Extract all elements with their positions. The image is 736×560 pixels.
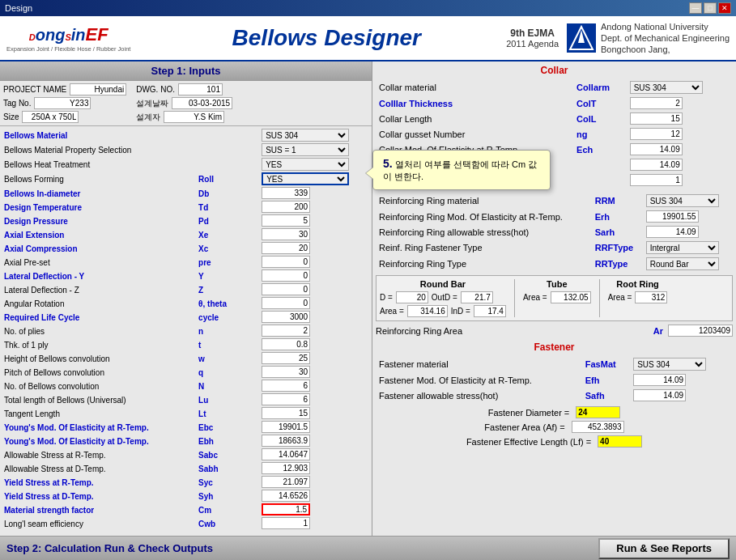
maximize-button[interactable]: □ [704,2,717,14]
close-button[interactable]: ✕ [718,2,731,14]
material-strength-input[interactable] [262,503,310,515]
collar-material-sym: Collarm [576,83,610,92]
rr-material-select[interactable]: SUS 304 [646,194,719,207]
designer-name-input[interactable] [164,111,224,123]
size-input[interactable] [22,111,79,123]
fastener-efflength-input[interactable] [598,435,642,448]
collar-length-input[interactable] [630,112,683,125]
collar-length-label: Collar Length [379,114,432,124]
heat-treatment-label: Bellows Heat Treatment [4,160,90,169]
ejma-title-line2: 2011 Agenda [506,39,559,49]
table-row: Allowable Stress at R-Temp. Sabc [2,448,370,461]
designer-date-input[interactable] [172,97,232,109]
project-name-label: PROJECT NAME [3,85,66,94]
bellows-material-select[interactable]: SUS 304 [262,129,349,142]
rr-allowable-input[interactable] [646,226,699,238]
fastener-diameter-row: Fastener Diameter = [376,406,733,418]
youngs-rtemp-label: Young's Mod. Of Elasticity at R-Temp. [4,423,149,432]
tube-area-input[interactable] [551,291,591,303]
dwg-no-input[interactable] [178,83,223,95]
no-plies-input[interactable] [262,325,310,337]
table-row: Collar material Collarm SUS 304 [376,79,733,95]
pitch-sym: q [198,368,203,377]
minimize-button[interactable]: — [689,2,702,14]
title-bar-buttons: — □ ✕ [689,2,731,14]
collar-elasticity-input[interactable] [630,143,683,155]
logo-area: DongSinEF Expansion Joint / Flexible Hos… [6,24,130,53]
tag-no-input[interactable] [34,97,91,109]
rr-elasticity-input[interactable] [646,210,699,223]
lateral-defl-y-input[interactable] [262,269,310,282]
bellows-height-input[interactable] [262,352,310,364]
fastener-diameter-label: Fastener Diameter = [488,408,570,418]
forming-select[interactable]: YES NO [262,172,349,185]
collar-elasticity-sym: Ech [576,145,593,155]
axial-preset-input[interactable] [262,256,310,268]
collar-col3-input[interactable] [630,174,683,186]
seam-efficiency-input[interactable] [262,517,310,529]
seam-efficiency-sym: Cwb [198,520,215,528]
thk-ply-input[interactable] [262,338,310,350]
material-prop-select[interactable]: SUS = 1 [262,143,349,156]
design-pressure-input[interactable] [262,214,310,227]
fastener-allowable-sym: Safh [585,391,605,401]
table-row: Reinforcing Ring Mod. Of Elasticity at R… [376,209,733,224]
collar-material-select[interactable]: SUS 304 [630,81,703,94]
angular-rot-sym: θ, theta [198,299,227,308]
root-ring-area-input[interactable] [635,291,667,303]
divider2 [599,279,600,317]
round-bar-outd-input[interactable] [461,291,493,303]
collar-thickness-sym: ColT [576,99,596,108]
tangent-length-input[interactable] [262,407,310,419]
design-temp-input[interactable] [262,201,310,213]
round-bar-d-input[interactable] [396,291,428,303]
allowable-dtemp-input[interactable] [262,462,310,474]
youngs-rtemp-input[interactable] [262,421,310,433]
allowable-rtemp-input[interactable] [262,448,310,460]
project-name-input[interactable] [70,83,126,95]
tube-area-label: Area = [523,293,547,302]
youngs-dtemp-input[interactable] [262,435,310,447]
collar-thickness-input[interactable] [630,97,683,109]
axial-ext-input[interactable] [262,228,310,240]
axial-comp-input[interactable] [262,242,310,254]
table-row: Bellows Forming Roll YES NO [2,172,370,186]
tube-ind-input[interactable] [474,305,506,317]
round-bar-area-input[interactable] [407,305,448,317]
tag-no-label: Tag No. [3,99,31,108]
fastener-allowable-input[interactable] [633,389,686,401]
collar-gusset-input[interactable] [630,128,683,140]
yield-dtemp-input[interactable] [262,490,310,502]
angular-rot-input[interactable] [262,297,310,309]
in-diameter-input[interactable] [262,187,310,199]
angular-rot-label: Angular Rotation [4,299,65,308]
title-bar: Design — □ ✕ [0,0,736,16]
table-row: Young's Mod. Of Elasticity at D-Temp. Eb… [2,434,370,448]
run-reports-button[interactable]: Run & See Reports [598,538,730,559]
tooltip-number: 5. [383,157,393,170]
total-length-input[interactable] [262,393,310,405]
rr-fastener-type-select[interactable]: Intergral [646,241,719,254]
rr-area-input[interactable] [668,325,733,337]
yield-rtemp-input[interactable] [262,476,310,488]
table-row: Bellows Material SUS 304 [2,128,370,142]
root-ring-title: Root Ring [608,279,668,289]
fastener-material-select[interactable]: SUS 304 [633,358,706,371]
collar-col2-input[interactable] [630,159,683,171]
table-row: Lateral Deflection - Y Y [2,269,370,282]
rr-ring-type-select[interactable]: Round Bar [646,257,719,270]
lateral-defl-z-input[interactable] [262,283,310,295]
fastener-efflength-label: Fastener Effective Length (Lf) = [466,437,591,447]
fastener-diameter-input[interactable] [576,406,620,418]
collar-gusset-label: Collar gusset Number [379,129,465,139]
tangent-length-label: Tangent Length [4,409,60,418]
seam-efficiency-label: Long'l seam efficiency [4,520,83,528]
fastener-area-input[interactable] [572,421,624,433]
req-life-cycle-input[interactable] [262,311,310,323]
no-convolutions-input[interactable] [262,380,310,392]
uni-logo-icon [567,23,596,53]
fastener-elasticity-input[interactable] [633,374,686,386]
bellows-height-label: Height of Bellows convolution [4,354,110,363]
pitch-input[interactable] [262,366,310,378]
heat-treatment-select[interactable]: YESNO [262,158,349,171]
